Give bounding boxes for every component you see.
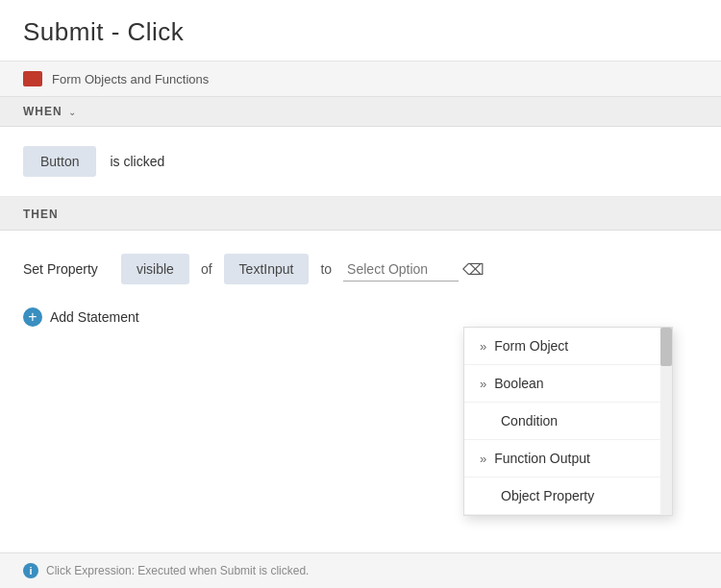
to-text: to — [320, 261, 332, 277]
trigger-button[interactable]: Button — [23, 146, 96, 177]
when-block: WHEN ⌄ — [0, 97, 721, 127]
dropdown-label-condition: Condition — [501, 413, 558, 429]
dropdown-item-object-property[interactable]: Object Property — [464, 478, 672, 515]
dropdown-scrollbar-track — [660, 328, 672, 515]
page-header: Submit - Click — [0, 0, 721, 61]
dropdown-item-condition[interactable]: Condition — [464, 403, 672, 440]
select-option-input[interactable] — [343, 257, 459, 282]
dropdown-label-function-output: Function Output — [494, 451, 590, 466]
dropdown-item-form-object[interactable]: » Form Object — [464, 328, 672, 365]
dropdown-label-form-object: Form Object — [494, 338, 568, 354]
cursor-icon: ⌫ — [462, 260, 485, 279]
set-property-row: Set Property visible of TextInput to ⌫ — [23, 254, 698, 284]
section-bar: Form Objects and Functions — [0, 61, 721, 97]
when-content: Button is clicked — [0, 127, 721, 197]
select-option-dropdown: » Form Object » Boolean Condition » Func… — [463, 327, 673, 516]
when-chevron-icon[interactable]: ⌄ — [68, 107, 76, 117]
select-option-wrapper[interactable]: ⌫ — [343, 257, 485, 282]
footer-hint: i Click Expression: Executed when Submit… — [0, 552, 721, 588]
is-clicked-text: is clicked — [110, 154, 164, 169]
dropdown-item-boolean[interactable]: » Boolean — [464, 365, 672, 403]
double-chevron-icon-function-output: » — [480, 452, 486, 466]
add-statement-icon[interactable]: + — [23, 307, 42, 327]
set-property-label: Set Property — [23, 261, 110, 277]
dropdown-label-boolean: Boolean — [494, 376, 543, 391]
object-textinput-button[interactable]: TextInput — [224, 254, 310, 284]
plus-icon: + — [28, 309, 37, 325]
property-visible-button[interactable]: visible — [121, 254, 189, 284]
dropdown-scrollbar-thumb[interactable] — [660, 328, 672, 366]
section-label: Form Objects and Functions — [52, 72, 209, 86]
of-text: of — [201, 261, 212, 277]
form-objects-icon — [23, 71, 42, 86]
then-label: THEN — [23, 208, 59, 221]
dropdown-label-object-property: Object Property — [501, 488, 594, 503]
then-block: THEN — [0, 197, 721, 231]
add-statement-label: Add Statement — [50, 309, 139, 325]
dropdown-item-function-output[interactable]: » Function Output — [464, 440, 672, 478]
info-icon: i — [23, 563, 38, 578]
page-title: Submit - Click — [23, 17, 698, 47]
double-chevron-icon-boolean: » — [480, 377, 486, 391]
double-chevron-icon-form-object: » — [480, 339, 486, 354]
when-label: WHEN — [23, 105, 62, 118]
footer-hint-text: Click Expression: Executed when Submit i… — [46, 564, 309, 577]
